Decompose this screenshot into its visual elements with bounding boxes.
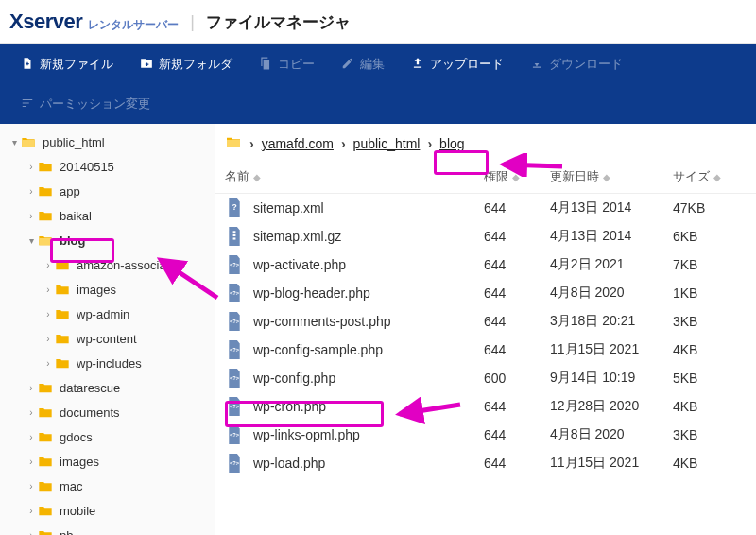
tree-item-public-html[interactable]: ▾public_html	[0, 129, 215, 154]
file-name: wp-config-sample.php	[253, 342, 484, 357]
chevron-right-icon[interactable]: ›	[25, 530, 38, 536]
table-row[interactable]: ?sitemap.xml6444月13日 201447KB	[215, 194, 756, 222]
svg-text:<?>: <?>	[230, 404, 240, 409]
chevron-right-icon[interactable]: ›	[25, 186, 38, 197]
chevron-right-icon[interactable]: ›	[25, 383, 38, 393]
folder-icon	[38, 455, 55, 468]
table-row[interactable]: <?>wp-config.php6009月14日 10:195KB	[215, 364, 756, 392]
file-php-icon: <?>	[225, 312, 244, 331]
column-size[interactable]: サイズ◆	[673, 168, 747, 185]
tree-item-20140515[interactable]: ›20140515	[0, 154, 215, 179]
logo-text: Xserver	[9, 9, 82, 34]
file-size: 1KB	[673, 285, 747, 301]
tree-item-wp-admin[interactable]: ›wp-admin	[0, 302, 215, 326]
file-permission: 644	[484, 314, 550, 329]
tree-item-mac[interactable]: ›mac	[0, 474, 215, 498]
new-folder-button[interactable]: 新規フォルダ	[130, 50, 242, 78]
tree-item-label: blog	[60, 233, 85, 248]
file-date: 4月13日 2014	[550, 228, 673, 245]
file-php-icon: <?>	[225, 284, 244, 302]
breadcrumb-link[interactable]: yamafd.com	[262, 136, 334, 151]
download-icon	[530, 57, 543, 73]
chevron-right-icon[interactable]: ›	[25, 481, 38, 492]
tree-item-images[interactable]: ›images	[0, 449, 215, 474]
tree-item-blog[interactable]: ▾blog	[0, 228, 215, 252]
sort-icon: ◆	[253, 172, 261, 182]
new-file-label: 新規ファイル	[40, 56, 113, 73]
file-permission: 644	[484, 285, 550, 301]
chevron-right-icon[interactable]: ›	[42, 309, 55, 319]
table-row[interactable]: <?>wp-activate.php6444月2日 20217KB	[215, 250, 756, 279]
file-permission: 600	[484, 371, 550, 386]
tree-item-gdocs[interactable]: ›gdocs	[0, 424, 215, 449]
file-permission: 644	[484, 200, 550, 216]
folder-icon	[55, 258, 72, 271]
table-row[interactable]: <?>wp-comments-post.php6443月18日 20:213KB	[215, 307, 756, 336]
upload-icon	[411, 57, 424, 73]
breadcrumb-link[interactable]: public_html	[353, 136, 421, 151]
table-row[interactable]: <?>wp-blog-header.php6444月8日 20201KB	[215, 279, 756, 307]
upload-button[interactable]: アップロード	[402, 50, 513, 78]
file-size: 7KB	[673, 257, 747, 272]
chevron-right-icon[interactable]: ›	[42, 358, 55, 369]
file-size: 3KB	[673, 427, 747, 442]
chevron-right-icon[interactable]: ›	[25, 432, 38, 442]
tree-item-pb[interactable]: ›pb	[0, 523, 215, 535]
tree-item-datarescue[interactable]: ›datarescue	[0, 375, 215, 400]
copy-label: コピー	[278, 56, 315, 73]
copy-icon	[259, 57, 272, 73]
svg-text:<?>: <?>	[230, 432, 240, 438]
file-name: wp-links-opml.php	[253, 427, 484, 442]
tree-item-label: gdocs	[60, 430, 93, 444]
tree-item-documents[interactable]: ›documents	[0, 400, 215, 424]
svg-line-12	[161, 260, 217, 298]
chevron-right-icon: ›	[249, 136, 254, 151]
table-row[interactable]: <?>wp-cron.php64412月28日 20204KB	[215, 392, 756, 421]
chevron-right-icon[interactable]: ›	[25, 211, 38, 221]
chevron-right-icon[interactable]: ›	[25, 506, 38, 516]
file-archive-icon	[225, 227, 244, 246]
file-name: sitemap.xml	[253, 200, 484, 216]
file-php-icon: <?>	[225, 340, 244, 359]
folder-icon	[38, 430, 55, 443]
tree-item-baikal[interactable]: ›baikal	[0, 203, 215, 228]
svg-text:<?>: <?>	[230, 460, 240, 466]
file-name: wp-comments-post.php	[253, 314, 484, 329]
table-row[interactable]: <?>wp-config-sample.php64411月15日 20214KB	[215, 336, 756, 364]
chevron-right-icon: ›	[341, 136, 346, 151]
folder-tree[interactable]: ▾public_html›20140515›app›baikal▾blog›am…	[0, 124, 215, 535]
chevron-right-icon[interactable]: ›	[25, 457, 38, 467]
chevron-down-icon[interactable]: ▾	[25, 235, 38, 246]
column-name[interactable]: 名前◆	[225, 168, 484, 185]
file-size: 5KB	[673, 371, 747, 386]
chevron-right-icon[interactable]: ›	[25, 407, 38, 418]
table-row[interactable]: <?>wp-links-opml.php6444月8日 20203KB	[215, 421, 756, 449]
file-php-icon: <?>	[225, 397, 244, 416]
breadcrumb: › yamafd.com › public_html › blog	[215, 124, 756, 163]
tree-item-wp-includes[interactable]: ›wp-includes	[0, 351, 215, 375]
file-date: 12月28日 2020	[550, 398, 673, 415]
folder-icon	[38, 406, 55, 419]
table-row[interactable]: sitemap.xml.gz6444月13日 20146KB	[215, 222, 756, 250]
tree-item-label: documents	[60, 406, 120, 420]
home-folder-icon[interactable]	[225, 135, 242, 151]
chevron-down-icon[interactable]: ▾	[8, 137, 21, 147]
file-permission: 644	[484, 257, 550, 272]
table-row[interactable]: <?>wp-load.php64411月15日 20214KB	[215, 449, 756, 477]
chevron-right-icon[interactable]: ›	[42, 285, 55, 295]
tree-item-app[interactable]: ›app	[0, 179, 215, 203]
chevron-right-icon[interactable]: ›	[25, 162, 38, 172]
tree-item-mobile[interactable]: ›mobile	[0, 498, 215, 523]
file-size: 6KB	[673, 229, 747, 244]
svg-line-13	[504, 164, 562, 166]
chevron-right-icon[interactable]: ›	[42, 260, 55, 270]
breadcrumb-link[interactable]: blog	[439, 136, 464, 151]
tree-item-wp-content[interactable]: ›wp-content	[0, 326, 215, 351]
permission-button: パーミッション変更	[11, 90, 160, 118]
file-name: sitemap.xml.gz	[253, 229, 484, 244]
file-name: wp-load.php	[253, 456, 484, 471]
file-plus-icon	[21, 57, 34, 73]
svg-text:<?>: <?>	[230, 262, 240, 268]
new-file-button[interactable]: 新規ファイル	[11, 50, 123, 78]
chevron-right-icon[interactable]: ›	[42, 334, 55, 344]
